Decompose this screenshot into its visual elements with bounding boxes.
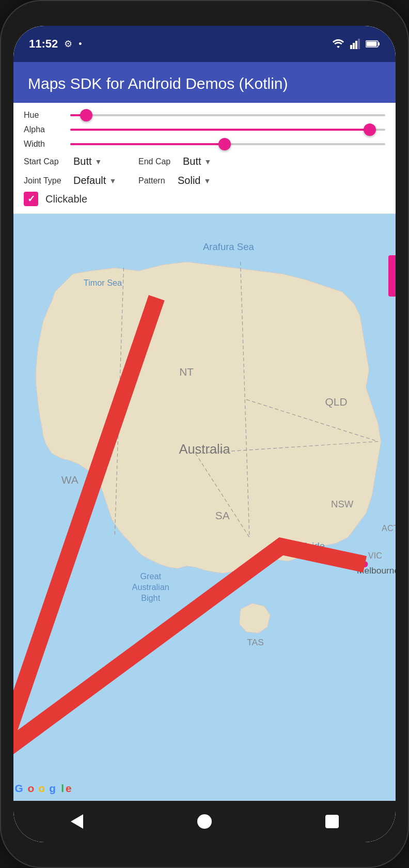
hue-slider[interactable] (70, 110, 385, 120)
great-bight-label-3: Bight (141, 593, 160, 602)
status-right (332, 39, 380, 49)
width-label: Width (24, 140, 65, 149)
check-icon: ✓ (27, 193, 35, 205)
qld-label: QLD (325, 396, 348, 408)
timor-sea-label: Timor Sea (84, 278, 122, 287)
svg-rect-1 (353, 43, 355, 49)
svg-rect-2 (355, 41, 357, 49)
phone-inner: 11:52 ⚙ • (13, 26, 396, 842)
wa-label: WA (61, 474, 78, 486)
great-bight-label-1: Great (140, 571, 161, 581)
svg-rect-3 (358, 39, 360, 49)
side-button[interactable] (388, 255, 396, 297)
nt-label: NT (179, 366, 194, 378)
bottom-nav (13, 801, 396, 842)
home-icon (197, 814, 212, 829)
recents-button[interactable] (317, 806, 348, 837)
battery-icon (366, 40, 380, 48)
start-cap-dropdown[interactable]: Butt ▼ (73, 153, 130, 169)
alpha-track (70, 129, 385, 131)
google-e: e (66, 782, 72, 794)
status-left: 11:52 ⚙ • (29, 37, 82, 51)
joint-type-dropdown[interactable]: Default ▼ (73, 173, 130, 189)
google-o2: o (38, 782, 45, 794)
hue-label: Hue (24, 111, 65, 120)
signal-icon (350, 39, 360, 49)
alpha-thumb[interactable] (364, 123, 376, 136)
arafura-sea-label: Arafura Sea (203, 241, 255, 252)
back-button[interactable] (61, 806, 92, 837)
end-cap-arrow: ▼ (204, 158, 212, 166)
clickable-row[interactable]: ✓ Clickable (24, 192, 385, 206)
dot-icon: • (78, 39, 82, 50)
hue-row: Hue (24, 110, 385, 120)
width-fill (70, 143, 225, 145)
gear-icon: ⚙ (64, 38, 72, 50)
width-slider[interactable] (70, 139, 385, 149)
google-g: G (15, 782, 23, 794)
hue-thumb[interactable] (80, 109, 92, 121)
home-button[interactable] (189, 806, 220, 837)
app-bar: Maps SDK for Android Demos (Kotlin) (13, 62, 396, 103)
google-g2: g (49, 782, 56, 794)
start-cap-arrow: ▼ (95, 158, 102, 166)
app-title: Maps SDK for Android Demos (Kotlin) (28, 73, 381, 94)
google-o1: o (27, 782, 34, 794)
sa-label: SA (215, 509, 230, 521)
hue-track (70, 114, 385, 116)
phone-shell: 11:52 ⚙ • (0, 0, 409, 868)
joint-type-value: Default (73, 175, 106, 187)
width-track (70, 143, 385, 145)
end-cap-value: Butt (183, 156, 201, 167)
pattern-arrow: ▼ (203, 177, 211, 185)
joint-type-label: Joint Type (24, 176, 70, 185)
status-time: 11:52 (29, 37, 58, 51)
controls-panel: Hue Alpha (13, 103, 396, 214)
recents-icon (325, 815, 339, 828)
cap-row: Start Cap Butt ▼ End Cap Butt ▼ (24, 153, 385, 169)
width-row: Width (24, 139, 385, 149)
pattern-dropdown[interactable]: Solid ▼ (178, 173, 234, 189)
act-label: ACT (382, 523, 396, 533)
pattern-value: Solid (178, 175, 200, 187)
australia-label: Australia (179, 442, 230, 456)
google-l: l (61, 782, 64, 794)
svg-rect-0 (350, 45, 352, 49)
alpha-slider[interactable] (70, 125, 385, 135)
start-cap-value: Butt (73, 156, 92, 167)
clickable-label: Clickable (45, 193, 87, 205)
start-cap-label: Start Cap (24, 157, 70, 166)
joint-type-arrow: ▼ (109, 177, 116, 185)
map-container[interactable]: Arafura Sea Timor Sea NT QLD Australia W… (13, 214, 396, 801)
nsw-label: NSW (331, 499, 354, 509)
joint-pattern-row: Joint Type Default ▼ Pattern Solid ▼ (24, 173, 385, 189)
width-thumb[interactable] (218, 138, 231, 150)
pattern-label: Pattern (138, 176, 175, 185)
status-bar: 11:52 ⚙ • (13, 26, 396, 62)
alpha-label: Alpha (24, 125, 65, 134)
great-bight-label-2: Australian (132, 582, 169, 592)
alpha-row: Alpha (24, 125, 385, 135)
svg-rect-5 (378, 42, 380, 45)
vic-label: VIC (368, 551, 382, 560)
end-cap-dropdown[interactable]: Butt ▼ (183, 153, 240, 169)
wifi-icon (332, 39, 345, 49)
end-cap-label: End Cap (138, 157, 180, 166)
clickable-checkbox[interactable]: ✓ (24, 192, 38, 206)
tas-label: TAS (247, 637, 264, 647)
map-svg: Arafura Sea Timor Sea NT QLD Australia W… (13, 214, 396, 801)
svg-rect-6 (367, 42, 377, 47)
back-icon (71, 814, 83, 829)
alpha-fill (70, 129, 370, 131)
